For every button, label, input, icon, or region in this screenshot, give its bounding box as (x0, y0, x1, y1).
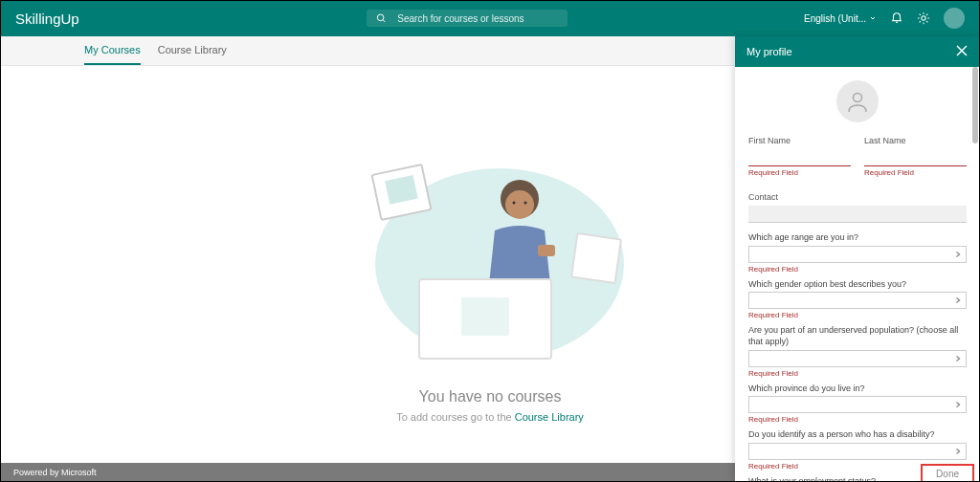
course-library-link[interactable]: Course Library (515, 411, 584, 423)
bell-icon[interactable] (890, 11, 903, 25)
gender-select[interactable] (748, 292, 967, 309)
required-text: Required Field (864, 168, 967, 177)
profile-panel: My profile First Name Required Field Las… (735, 36, 980, 482)
avatar[interactable] (944, 8, 965, 29)
logo: SkillingUp (15, 11, 79, 27)
tab-my-courses[interactable]: My Courses (84, 36, 141, 65)
svg-point-7 (524, 202, 527, 205)
province-question: Which province do you live in? (748, 383, 967, 395)
svg-point-5 (505, 190, 534, 219)
close-icon (955, 44, 969, 57)
disability-select[interactable] (748, 443, 967, 460)
svg-line-1 (383, 20, 385, 22)
chevron-right-icon (954, 355, 962, 362)
scrollbar[interactable] (972, 67, 978, 482)
empty-state-title: You have no courses (419, 388, 562, 405)
tab-course-library[interactable]: Course Library (158, 36, 227, 65)
contact-label: Contact (748, 192, 967, 202)
language-label: English (Unit... (804, 13, 866, 24)
language-selector[interactable]: English (Unit... (804, 13, 877, 24)
svg-point-11 (854, 94, 862, 102)
logo-text: SkillingUp (15, 11, 79, 27)
search-icon (376, 12, 387, 24)
last-name-label: Last Name (864, 136, 967, 145)
footer-text: Powered by Microsoft (13, 468, 97, 477)
first-name-label: First Name (748, 136, 851, 145)
gear-icon[interactable] (917, 11, 930, 25)
svg-point-3 (922, 16, 925, 20)
underserved-select[interactable] (748, 350, 967, 367)
profile-avatar[interactable] (836, 80, 879, 122)
required-text: Required Field (748, 369, 967, 378)
required-text: Required Field (748, 415, 967, 424)
app-header: SkillingUp English (Unit... (0, 0, 980, 36)
empty-state-subtitle: To add courses go to the Course Library (396, 411, 584, 423)
empty-prefix: To add courses go to the (396, 411, 515, 423)
person-icon (845, 89, 870, 114)
chevron-down-icon (869, 14, 877, 22)
profile-body: First Name Required Field Last Name Requ… (735, 67, 980, 482)
contact-input[interactable] (748, 206, 967, 223)
first-name-input[interactable] (748, 149, 851, 166)
svg-rect-8 (538, 245, 555, 256)
header-right: English (Unit... (804, 8, 965, 29)
search-container[interactable] (367, 10, 568, 27)
required-text: Required Field (748, 311, 967, 319)
gender-question: Which gender option best describes you? (748, 279, 967, 291)
svg-point-6 (513, 202, 516, 205)
last-name-input[interactable] (864, 149, 967, 166)
empty-illustration (356, 149, 624, 360)
search-input[interactable] (397, 13, 557, 24)
required-text: Required Field (748, 168, 851, 177)
chevron-right-icon (954, 401, 962, 408)
province-select[interactable] (748, 396, 967, 413)
age-question: Which age range are you in? (748, 232, 967, 244)
chevron-right-icon (954, 448, 962, 455)
close-button[interactable] (955, 44, 969, 59)
chevron-right-icon (954, 251, 962, 258)
profile-panel-header: My profile (735, 36, 980, 67)
chevron-right-icon (954, 296, 962, 304)
required-text: Required Field (748, 265, 967, 274)
age-select[interactable] (748, 246, 967, 263)
svg-point-0 (377, 14, 384, 21)
underserved-question: Are you part of an underserved populatio… (748, 325, 967, 347)
profile-title: My profile (746, 46, 792, 57)
disability-question: Do you identify as a person who has a di… (748, 429, 967, 441)
done-button[interactable]: Done (921, 464, 974, 482)
